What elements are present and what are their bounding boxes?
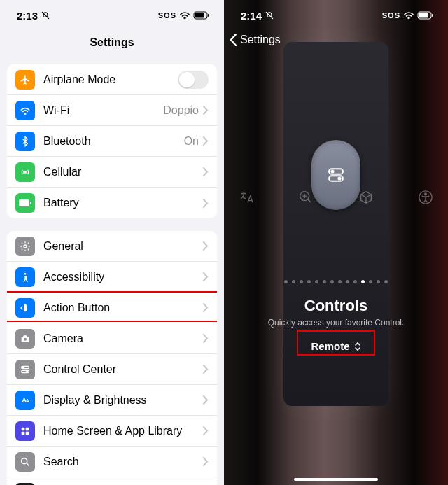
wifi-status-icon: [403, 11, 414, 20]
svg-rect-1: [195, 13, 204, 18]
display-icon: AA: [15, 391, 35, 410]
chevron-right-icon: [203, 395, 209, 405]
status-bar: 2:14 SOS: [224, 0, 448, 31]
home-indicator[interactable]: [294, 478, 378, 481]
cellular-icon: [15, 162, 35, 182]
chevron-right-icon: [203, 136, 209, 146]
page-dot[interactable]: [354, 280, 357, 283]
chevron-right-icon: [203, 106, 209, 115]
settings-section-1: Airplane Mode Wi-Fi Doppio Bluetooth On …: [7, 64, 217, 218]
bluetooth-icon: [15, 132, 35, 151]
svg-point-7: [24, 273, 27, 275]
svg-rect-8: [24, 304, 27, 311]
svg-rect-19: [26, 431, 29, 435]
action-button-visual: [312, 140, 360, 210]
svg-point-37: [425, 193, 427, 195]
page-dot[interactable]: [284, 280, 288, 283]
row-label: Search: [43, 456, 203, 468]
svg-rect-2: [208, 14, 209, 17]
svg-rect-5: [30, 202, 31, 204]
option-subtitle: Quickly access your favorite Control.: [224, 318, 448, 328]
row-label: General: [43, 240, 203, 253]
chevron-right-icon: [203, 241, 209, 251]
toggles-icon: [326, 164, 346, 185]
battery-icon: [15, 193, 35, 213]
row-label: Cellular: [43, 166, 203, 178]
option-title: Controls: [224, 297, 448, 315]
svg-rect-4: [19, 199, 29, 206]
row-battery[interactable]: Battery: [7, 188, 217, 218]
row-general[interactable]: General: [7, 231, 217, 262]
row-label: Display & Brightness: [43, 394, 203, 407]
row-detail: Doppio: [163, 104, 199, 117]
page-dot[interactable]: [292, 280, 295, 283]
page-dot[interactable]: [361, 280, 365, 283]
row-label: Control Center: [43, 363, 203, 376]
chevron-right-icon: [203, 457, 209, 466]
back-button[interactable]: Settings: [224, 31, 448, 46]
back-label: Settings: [240, 34, 281, 46]
svg-point-32: [331, 170, 335, 174]
page-dots[interactable]: [224, 280, 448, 283]
svg-point-34: [338, 177, 342, 181]
row-bluetooth[interactable]: Bluetooth On: [7, 126, 217, 157]
page-dot[interactable]: [300, 280, 303, 283]
row-control-center[interactable]: Control Center: [7, 354, 217, 385]
wifi-icon: [15, 101, 35, 120]
row-label: Wi-Fi: [43, 104, 163, 117]
row-camera[interactable]: Camera: [7, 323, 217, 354]
chevron-right-icon: [203, 199, 209, 208]
page-dot[interactable]: [330, 280, 334, 283]
bell-slash-icon: [41, 10, 50, 20]
row-accessibility[interactable]: Accessibility: [7, 262, 217, 293]
row-label: Action Button: [43, 302, 203, 314]
row-display-brightness[interactable]: AA Display & Brightness: [7, 385, 217, 416]
row-label: Accessibility: [43, 271, 203, 283]
status-time: 2:13: [17, 10, 38, 22]
row-label: Bluetooth: [43, 135, 184, 148]
row-detail: On: [184, 135, 199, 148]
accessibility-icon: [15, 267, 35, 287]
accessibility-circle-icon[interactable]: [417, 189, 434, 206]
svg-rect-17: [26, 427, 29, 430]
row-search[interactable]: Search: [7, 447, 217, 477]
row-siri[interactable]: Siri: [7, 477, 217, 485]
chevron-right-icon: [203, 167, 209, 176]
highlight-box: [297, 330, 375, 356]
svg-point-20: [22, 458, 27, 463]
page-dot[interactable]: [346, 280, 349, 283]
page-dot[interactable]: [323, 280, 326, 283]
chevron-right-icon: [203, 365, 209, 374]
search-icon: [15, 452, 35, 472]
page-dot[interactable]: [377, 280, 380, 283]
page-dot[interactable]: [307, 280, 311, 283]
svg-point-11: [22, 367, 24, 368]
wifi-status-icon: [179, 11, 190, 20]
row-label: Camera: [43, 332, 203, 345]
settings-section-2: General Accessibility Action Button Came…: [7, 231, 217, 485]
svg-rect-18: [22, 431, 25, 435]
page-dot[interactable]: [315, 280, 318, 283]
chevron-right-icon: [203, 303, 209, 312]
settings-list-screen: 2:13 SOS Settings Airplane Mode Wi-Fi Do…: [0, 0, 224, 485]
cube-icon[interactable]: [358, 189, 374, 206]
airplane-toggle[interactable]: [178, 71, 209, 89]
chevron-right-icon: [203, 426, 209, 435]
row-wifi[interactable]: Wi-Fi Doppio: [7, 95, 217, 126]
row-cellular[interactable]: Cellular: [7, 157, 217, 188]
status-bar: 2:13 SOS: [0, 0, 224, 31]
svg-point-9: [24, 337, 27, 340]
svg-rect-30: [432, 14, 433, 17]
svg-text:A: A: [26, 398, 29, 403]
row-action-button[interactable]: Action Button: [7, 293, 217, 323]
translate-icon[interactable]: [238, 189, 255, 206]
page-dot[interactable]: [369, 280, 372, 283]
page-dot[interactable]: [338, 280, 342, 283]
row-home-screen-app-library[interactable]: Home Screen & App Library: [7, 416, 217, 447]
status-time: 2:14: [241, 10, 262, 22]
row-label: Airplane Mode: [43, 73, 178, 86]
row-airplane-mode[interactable]: Airplane Mode: [7, 64, 217, 95]
svg-rect-16: [22, 427, 25, 430]
page-dot[interactable]: [384, 280, 388, 283]
siri-icon: [15, 483, 35, 486]
